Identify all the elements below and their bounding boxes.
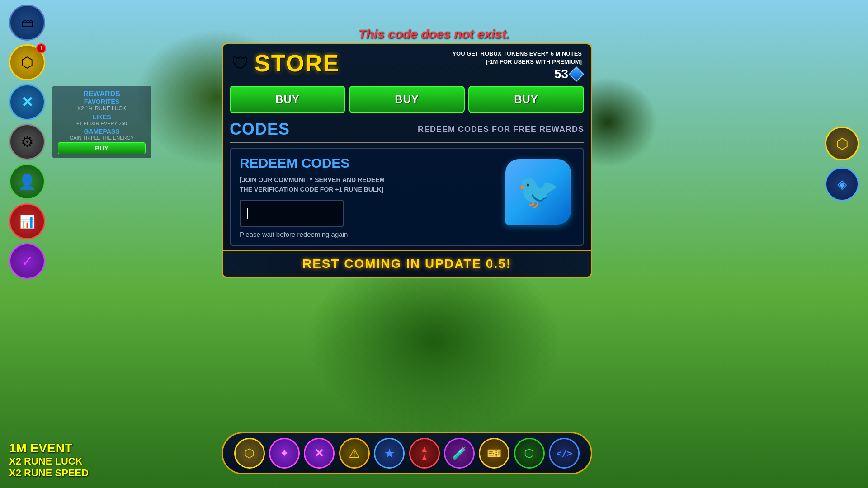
settings-button[interactable]: ⚙ [9,124,45,160]
x-icon: ✕ [21,94,33,111]
twitter-icon-container[interactable]: 🐦 [502,155,574,228]
sparkle-icon: ✦ [279,446,289,460]
hexagon-icon: ⬡ [244,446,255,460]
stats-button[interactable]: 📊 [9,203,45,239]
bottom-arrows-button[interactable]: ▲▲ [409,438,440,469]
bottom-green-hex-button[interactable]: ⬡ [514,438,545,469]
sidebar-right: ⬡ ◈ [825,127,859,201]
favorites-label: FAVORITES [58,98,146,105]
checkmark-icon: ✓ [21,253,33,270]
arrows-icon: ▲▲ [420,445,429,461]
gear-icon: ⚙ [21,133,34,150]
potion-icon: 🧪 [452,446,467,460]
codes-header: CODES REDEEM CODES FOR FREE REWARDS [230,120,584,143]
buy-button-2[interactable]: BUY [349,86,465,113]
event-title: 1M EVENT [9,441,89,455]
cross-icon: ✕ [314,446,324,460]
star-icon: ★ [384,446,395,461]
update-text: REST COMING IN UPDATE 0.5! [302,257,511,271]
error-message-container: This code does not exist. [359,27,510,42]
gamepass-label: GAMEPASS [58,128,146,135]
codes-title: CODES [230,120,290,139]
buy-buttons-row: BUY BUY BUY [223,86,591,117]
ticket-icon: 🎫 [487,446,501,460]
redeem-title: REDEEM CODES [240,155,495,171]
event-text-block: 1M EVENT X2 RUNE LUCK X2 RUNE SPEED [9,441,89,479]
inventory-icon: 🗃 [21,15,33,30]
coin-icon: ⬡ [21,54,33,71]
gamepass-desc: GAIN TRIPLE THE ENERGY [58,135,146,141]
notification-badge: ! [36,43,46,53]
store-panel: 🛡 STORE YOU GET ROBUX TOKENS EVERY 6 MIN… [222,43,592,278]
robux-count: 53 [452,67,582,81]
codes-subtitle: REDEEM CODES FOR FREE REWARDS [418,125,584,134]
bottom-warning-button[interactable]: ⚠ [339,438,370,469]
twitter-bubble: 🐦 [505,159,571,225]
buy-button-3[interactable]: BUY [468,86,584,113]
sidebar-left: 🗃 ⬡ ! ✕ ⚙ 👤 📊 ✓ [9,5,45,279]
bottom-star-button[interactable]: ★ [374,438,405,469]
store-right-info: YOU GET ROBUX TOKENS EVERY 6 MINUTES [-1… [452,50,582,81]
profile-button[interactable]: 👤 [9,164,45,200]
store-title: STORE [255,50,340,77]
chart-icon: 📊 [19,214,35,229]
warning-icon: ⚠ [349,446,360,461]
buy-button-1[interactable]: BUY [230,86,345,113]
bottom-hexagon-button[interactable]: ⬡ [234,438,265,469]
diamond-right-icon: ◈ [837,177,847,192]
robux-info-line1: YOU GET ROBUX TOKENS EVERY 6 MINUTES [452,50,582,58]
twitter-bird-icon: 🐦 [517,172,559,211]
redeem-left: REDEEM CODES [JOIN OUR COMMUNITY SERVER … [240,155,495,238]
redeem-box: REDEEM CODES [JOIN OUR COMMUNITY SERVER … [230,148,584,246]
text-cursor [247,208,248,219]
diamond-right-button[interactable]: ◈ [825,167,859,201]
green-hex-icon: ⬡ [524,446,534,460]
bottom-x-button[interactable]: ✕ [304,438,335,469]
close-button[interactable]: ✕ [9,84,45,120]
likes-desc: +1 ELIXIR EVERY 250 [58,121,146,126]
likes-label: LIKES [58,113,146,121]
bottom-ticket-button[interactable]: 🎫 [479,438,509,469]
diamond-icon [569,66,584,82]
bottom-code-button[interactable]: </> [549,438,580,469]
coin-button[interactable]: ⬡ ! [9,44,45,80]
bottom-special-button[interactable]: ✦ [269,438,300,469]
robux-number: 53 [554,67,568,81]
code-input-display[interactable] [240,200,344,227]
rewards-hint-panel: REWARDS FAVORITES X2.1% RUNE LUCK LIKES … [52,86,151,158]
codes-section: CODES REDEEM CODES FOR FREE REWARDS REDE… [223,117,591,250]
inventory-button[interactable]: 🗃 [9,5,45,41]
robux-info-line2: [-1M FOR USERS WITH PREMIUM] [452,58,582,66]
person-icon: 👤 [18,173,36,190]
coin-right-icon: ⬡ [836,135,849,152]
code-brackets-icon: </> [556,448,572,459]
error-text: This code does not exist. [359,27,510,42]
event-line2: X2 RUNE LUCK [9,455,89,467]
redeem-description: [JOIN OUR COMMUNITY SERVER AND REDEEMTHE… [240,175,495,194]
store-header: 🛡 STORE YOU GET ROBUX TOKENS EVERY 6 MIN… [223,44,591,86]
bottom-icons-bar: ⬡ ✦ ✕ ⚠ ★ ▲▲ 🧪 🎫 ⬡ </> [222,432,592,474]
update-banner: REST COMING IN UPDATE 0.5! [223,250,591,277]
coin-right-button[interactable]: ⬡ [825,127,859,160]
rewards-label: REWARDS [58,90,146,98]
favorites-desc: X2.1% RUNE LUCK [58,105,146,112]
quest-button[interactable]: ✓ [9,243,45,279]
wait-text: Please wait before redeeming again [240,230,495,238]
event-line3: X2 RUNE SPEED [9,467,89,479]
bottom-potion-button[interactable]: 🧪 [444,438,475,469]
small-buy-button[interactable]: BUY [58,142,146,154]
